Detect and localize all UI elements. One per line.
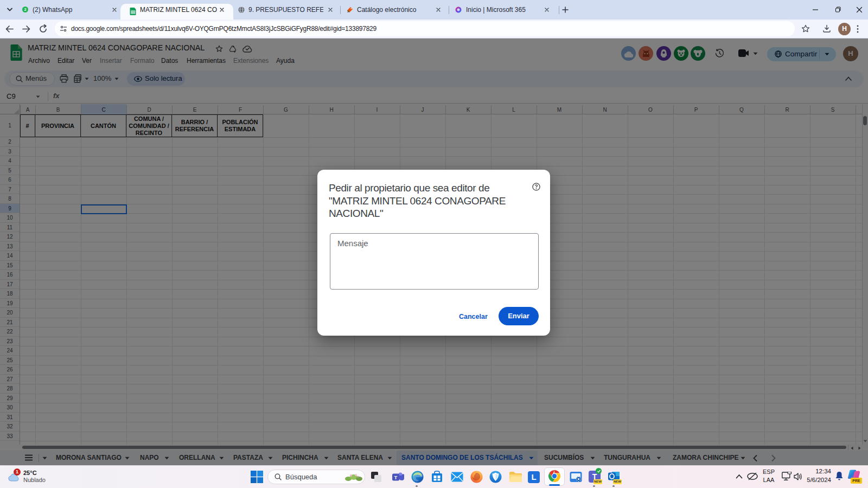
svg-text:T: T xyxy=(394,474,398,480)
svg-text:2: 2 xyxy=(24,7,26,12)
